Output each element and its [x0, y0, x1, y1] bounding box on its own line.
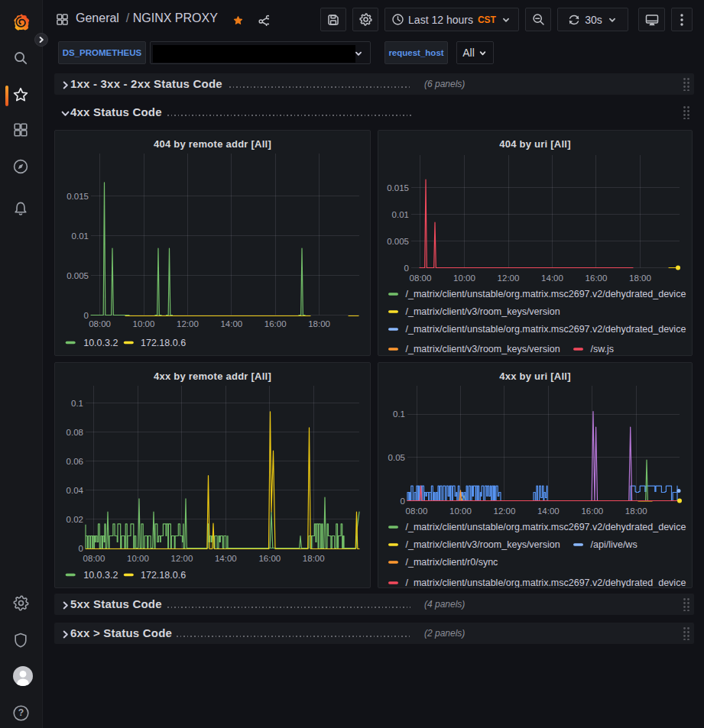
svg-text:/_matrix/client/unstable/org.m: /_matrix/client/unstable/org.matrix.msc2…	[406, 324, 686, 335]
svg-text:12:00: 12:00	[494, 506, 516, 516]
svg-text:0.005: 0.005	[387, 237, 409, 246]
svg-text:16:00: 16:00	[581, 506, 603, 516]
svg-text:/_matrix/client/unstable/org.m: /_matrix/client/unstable/org.matrix.msc2…	[406, 289, 686, 299]
svg-text:0: 0	[404, 264, 409, 273]
svg-text:12:00: 12:00	[171, 554, 193, 563]
svg-text:/_matrix/client/v3/room_keys/v: /_matrix/client/v3/room_keys/version	[406, 539, 560, 550]
svg-text:12:00: 12:00	[177, 319, 199, 328]
svg-text:0.01: 0.01	[392, 210, 409, 219]
svg-text:08:00: 08:00	[89, 319, 111, 328]
svg-text:10.0.3.2: 10.0.3.2	[83, 338, 118, 348]
svg-text:16:00: 16:00	[258, 554, 281, 563]
svg-text:/_matrix/client/unstable/org.m: /_matrix/client/unstable/org.matrix.msc2…	[406, 578, 686, 587]
svg-text:14:00: 14:00	[541, 273, 563, 283]
svg-text:/_matrix/client/v3/room_keys/v: /_matrix/client/v3/room_keys/version	[406, 306, 560, 317]
svg-text:16:00: 16:00	[264, 319, 287, 328]
svg-text:0.1: 0.1	[393, 409, 405, 419]
svg-text:0.08: 0.08	[67, 428, 83, 437]
svg-text:/_matrix/client/r0/sync: /_matrix/client/r0/sync	[406, 557, 498, 568]
svg-text:10:00: 10:00	[133, 319, 155, 328]
svg-text:10:00: 10:00	[127, 554, 149, 563]
svg-text:/_matrix/client/unstable/org.m: /_matrix/client/unstable/org.matrix.msc2…	[406, 522, 686, 532]
svg-text:0: 0	[84, 311, 89, 320]
svg-text:0.005: 0.005	[67, 271, 89, 280]
svg-text:08:00: 08:00	[410, 273, 432, 283]
svg-text:0: 0	[79, 544, 83, 553]
svg-text:0: 0	[401, 497, 405, 506]
svg-text:0.015: 0.015	[67, 192, 89, 201]
svg-text:0.04: 0.04	[67, 486, 84, 495]
svg-text:10:00: 10:00	[453, 273, 475, 283]
svg-text:172.18.0.6: 172.18.0.6	[141, 570, 186, 581]
svg-text:/sw.js: /sw.js	[591, 344, 615, 354]
svg-text:10:00: 10:00	[449, 506, 472, 516]
svg-text:172.18.0.6: 172.18.0.6	[141, 338, 186, 348]
svg-text:08:00: 08:00	[406, 506, 428, 516]
svg-text:0.06: 0.06	[67, 457, 83, 466]
svg-text:08:00: 08:00	[83, 554, 105, 563]
svg-text:0.01: 0.01	[72, 231, 89, 241]
svg-text:10.0.3.2: 10.0.3.2	[83, 570, 118, 581]
svg-text:0.1: 0.1	[71, 399, 83, 408]
svg-text:14:00: 14:00	[537, 506, 560, 516]
svg-text:14:00: 14:00	[215, 554, 237, 563]
svg-text:16:00: 16:00	[586, 273, 608, 283]
svg-text:?: ?	[18, 707, 24, 718]
svg-text:12:00: 12:00	[498, 273, 520, 283]
svg-text:14:00: 14:00	[220, 319, 242, 328]
svg-text:0.05: 0.05	[388, 453, 405, 462]
svg-text:/_matrix/client/v3/room_keys/v: /_matrix/client/v3/room_keys/version	[406, 344, 560, 354]
svg-text:0.02: 0.02	[67, 515, 83, 524]
svg-text:0.015: 0.015	[387, 183, 409, 193]
svg-text:18:00: 18:00	[625, 506, 647, 516]
svg-text:18:00: 18:00	[308, 319, 330, 328]
svg-text:18:00: 18:00	[629, 273, 651, 283]
svg-text:18:00: 18:00	[303, 554, 325, 563]
svg-text:/api/live/ws: /api/live/ws	[591, 539, 637, 550]
